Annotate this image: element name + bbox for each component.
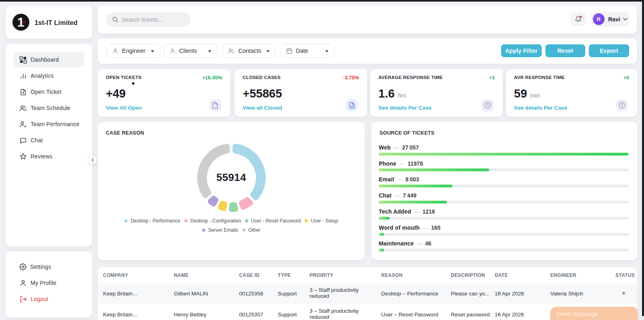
svg-text:IT: IT: [23, 21, 25, 24]
